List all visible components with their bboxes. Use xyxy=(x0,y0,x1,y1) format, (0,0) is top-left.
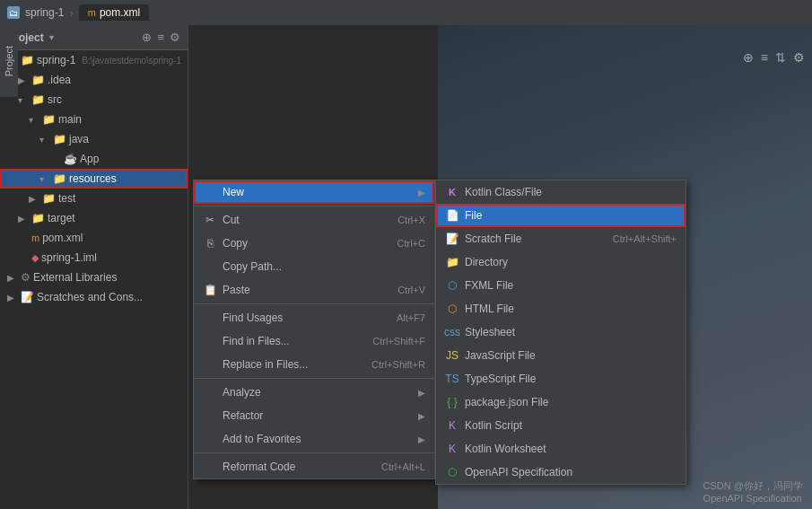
submenu-html-label: HTML File xyxy=(465,303,514,315)
ctx-find-usages-label: Find Usages xyxy=(223,312,283,324)
tree-item-main[interactable]: ▾ 📁 main xyxy=(0,110,188,129)
ctx-paste-shortcut: Ctrl+V xyxy=(397,285,425,295)
ctx-new-label: New xyxy=(223,186,244,198)
submenu-kotlin-class[interactable]: K Kotlin Class/File xyxy=(436,180,685,204)
watermark-line2: OpenAPI Specification xyxy=(703,493,803,504)
ctx-replace-label: Replace in Files... xyxy=(223,358,308,371)
panel-icon-1[interactable]: ⊕ xyxy=(142,31,152,44)
top-toolbar: ⊕ ≡ ⇅ ⚙ xyxy=(743,50,805,65)
ctx-copy-label: Copy xyxy=(223,237,248,250)
tree-item-test[interactable]: ▶ 📁 test xyxy=(0,189,188,208)
submenu-openapi[interactable]: ⬡ OpenAPI Specification xyxy=(436,461,685,484)
ctx-cut-label: Cut xyxy=(223,214,240,226)
submenu-fxml[interactable]: ⬡ FXML File xyxy=(436,274,685,297)
submenu-stylesheet[interactable]: css Stylesheet xyxy=(436,320,685,344)
ctx-find-usages[interactable]: Find Usages Alt+F7 xyxy=(194,306,434,329)
ctx-sep-2 xyxy=(194,303,434,304)
scratch-shortcut: Ctrl+Alt+Shift+ xyxy=(613,233,677,244)
watermark-line1: CSDN @你好，冯同学 xyxy=(703,479,803,493)
folder-icon-target: 📁 xyxy=(31,212,45,224)
ctx-replace-in-files[interactable]: Replace in Files... Ctrl+Shift+R xyxy=(194,353,434,376)
sort-icon[interactable]: ⇅ xyxy=(775,50,786,65)
ctx-analyze[interactable]: Analyze ▶ xyxy=(194,381,434,404)
tree-item-scratches[interactable]: ▶ 📝 Scratches and Cons... xyxy=(0,287,188,307)
project-side-tab[interactable]: Project xyxy=(0,25,18,97)
settings-icon[interactable]: ⚙ xyxy=(793,50,805,65)
ctx-paste-label: Paste xyxy=(223,284,250,296)
tree-item-java[interactable]: ▾ 📁 java xyxy=(0,129,188,149)
tree-label-scratches: Scratches and Cons... xyxy=(37,291,143,303)
submenu-file[interactable]: 📄 File xyxy=(436,204,685,227)
folder-icon-main: 📁 xyxy=(42,113,56,126)
tree-item-target[interactable]: ▶ 📁 target xyxy=(0,208,188,228)
ctx-find-in-files[interactable]: Find in Files... Ctrl+Shift+F xyxy=(194,329,434,353)
submenu-js[interactable]: JS JavaScript File xyxy=(436,344,685,367)
iml-icon: ◆ xyxy=(31,252,39,264)
panel-arrow: ▾ xyxy=(49,32,54,42)
submenu-css-label: Stylesheet xyxy=(465,326,515,338)
tree-item-app[interactable]: ▶ ☕ App xyxy=(0,149,188,169)
tree-item-iml[interactable]: ▶ ◆ spring-1.iml xyxy=(0,248,188,268)
ctx-sep-1 xyxy=(194,206,434,206)
panel-header-icons: ⊕ ≡ ⚙ xyxy=(142,31,180,44)
tree-item-resources[interactable]: ▾ 📁 resources xyxy=(0,169,188,189)
title-project-name: spring-1 xyxy=(25,6,64,19)
ctx-find-in-files-label: Find in Files... xyxy=(223,335,290,347)
globe-icon[interactable]: ⊕ xyxy=(743,50,754,65)
submenu-ts[interactable]: TS TypeScript File xyxy=(436,367,685,391)
tree-item-idea[interactable]: ▶ 📁 .idea xyxy=(0,70,188,90)
ctx-find-files-shortcut: Ctrl+Shift+F xyxy=(372,336,425,347)
ctx-new[interactable]: New ▶ xyxy=(194,180,434,204)
file-icon: 📄 xyxy=(445,208,459,223)
tree-label-pom: pom.xml xyxy=(42,232,83,244)
tree-label-idea: .idea xyxy=(48,74,71,86)
ctx-add-favorites[interactable]: Add to Favorites ▶ xyxy=(194,427,434,451)
panel-icon-3[interactable]: ⚙ xyxy=(170,31,180,44)
refactor-arrow: ▶ xyxy=(418,411,425,421)
tree-item-ext-libs[interactable]: ▶ ⚙ External Libraries xyxy=(0,268,188,287)
ctx-reformat-shortcut: Ctrl+Alt+L xyxy=(381,461,425,472)
submenu-kotlin-script[interactable]: K Kotlin Script xyxy=(436,414,685,437)
submenu-scratch[interactable]: 📝 Scratch File Ctrl+Alt+Shift+ xyxy=(436,227,685,250)
folder-icon-java: 📁 xyxy=(53,133,66,145)
submenu-kotlin-class-label: Kotlin Class/File xyxy=(465,186,542,198)
new-submenu-arrow: ▶ xyxy=(418,188,425,197)
ctx-copy-path[interactable]: Copy Path... xyxy=(194,255,434,278)
folder-icon-src: 📁 xyxy=(31,93,45,106)
submenu-directory[interactable]: 📁 Directory xyxy=(436,250,685,274)
js-icon: JS xyxy=(445,348,459,363)
submenu-fxml-label: FXML File xyxy=(465,279,513,292)
ctx-sep-4 xyxy=(194,452,434,453)
watermark: CSDN @你好，冯同学 OpenAPI Specification xyxy=(703,479,803,504)
css-icon: css xyxy=(445,325,459,339)
ctx-refactor[interactable]: Refactor ▶ xyxy=(194,404,434,427)
ctx-copy-shortcut: Ctrl+C xyxy=(397,238,425,249)
ctx-reformat[interactable]: Reformat Code Ctrl+Alt+L xyxy=(194,455,434,478)
submenu-pkg[interactable]: { } package.json File xyxy=(436,391,685,414)
tree-label-app: App xyxy=(80,153,99,165)
list-icon[interactable]: ≡ xyxy=(761,50,768,65)
submenu-kotlin-worksheet[interactable]: K Kotlin Worksheet xyxy=(436,437,685,461)
fxml-icon: ⬡ xyxy=(445,278,459,293)
html-icon: ⬡ xyxy=(445,302,459,316)
submenu-file-label: File xyxy=(465,209,482,222)
openapi-icon: ⬡ xyxy=(445,465,459,479)
active-tab[interactable]: m pom.xml xyxy=(79,4,150,21)
ctx-favorites-label: Add to Favorites xyxy=(223,433,301,445)
ctx-paste[interactable]: 📋 Paste Ctrl+V xyxy=(194,278,434,302)
tree-item-pom[interactable]: ▶ m pom.xml xyxy=(0,228,188,248)
ctx-find-usages-shortcut: Alt+F7 xyxy=(397,312,425,323)
ctx-cut[interactable]: ✂ Cut Ctrl+X xyxy=(194,208,434,232)
tree-item-spring1[interactable]: ▾ 📁 spring-1 B:\javatestdemo\spring-1 xyxy=(0,50,188,70)
folder-icon-idea: 📁 xyxy=(31,74,45,86)
tree-item-src[interactable]: ▾ 📁 src xyxy=(0,90,188,110)
ctx-copy-path-label: Copy Path... xyxy=(223,260,282,273)
panel-icon-2[interactable]: ≡ xyxy=(157,31,164,44)
submenu-html[interactable]: ⬡ HTML File xyxy=(436,297,685,320)
kotlin-class-icon: K xyxy=(445,185,459,199)
ctx-copy[interactable]: ⎘ Copy Ctrl+C xyxy=(194,232,434,255)
submenu-ks-label: Kotlin Script xyxy=(465,419,522,432)
kotlin-worksheet-icon: K xyxy=(445,442,459,456)
ctx-analyze-label: Analyze xyxy=(223,386,261,399)
tree-label-ext-libs: External Libraries xyxy=(33,271,117,284)
